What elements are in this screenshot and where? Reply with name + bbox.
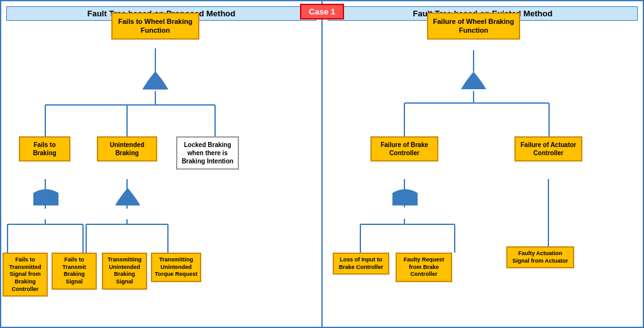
right-l1-1-node: Failure of Brake Controller <box>370 136 438 161</box>
left-l1-2-node: Unintended Braking <box>97 136 157 161</box>
right-panel: Fault Tree based on Existed Method Failu… <box>323 1 643 327</box>
right-l1-2-node: Failure of Actuator Controller <box>514 136 582 161</box>
or-gate-2 <box>115 188 140 208</box>
left-root-gate <box>143 72 168 94</box>
or-gate-root-right <box>461 72 486 92</box>
and-gate-right-1 <box>392 188 418 208</box>
right-root-gate <box>461 72 486 94</box>
left-l2-3-node: Transmitting Unintended Braking Signal <box>102 253 147 290</box>
left-l1-1-node: Fails to Braking <box>19 136 70 161</box>
left-l2-1-node: Fails to Transmitted Signal from Braking… <box>3 253 48 297</box>
right-tree-svg <box>323 1 643 327</box>
left-root-node: Fails to Wheel Braking Function <box>111 13 199 40</box>
left-l2-2-node: Fails to Transmit Braking Signal <box>52 253 97 290</box>
left-l2-4-node: Transmitting Unintended Torque Request <box>151 253 201 282</box>
right-root-node: Failure of Wheel Braking Function <box>427 13 520 40</box>
svg-rect-17 <box>33 193 58 205</box>
svg-rect-31 <box>392 193 418 205</box>
left-panel: Fault Tree based on Proposed Method <box>1 1 323 327</box>
right-l2-3-node: Faulty Actuation Signal from Actuator <box>506 246 574 268</box>
right-and-gate-1 <box>392 188 418 210</box>
case-badge: Case 1 <box>300 4 344 19</box>
left-l1-3-node: Locked Braking when there is Braking Int… <box>176 136 239 170</box>
or-gate-root-left <box>143 72 168 92</box>
left-and-gate-1 <box>33 188 58 210</box>
main-container: Fault Tree based on Proposed Method <box>0 0 644 328</box>
left-or-gate-2 <box>115 188 140 210</box>
right-l2-1-node: Loss of Input to Brake Controller <box>333 253 389 275</box>
and-gate-1 <box>33 188 58 208</box>
right-l2-2-node: Faulty Request from Brake Controller <box>396 253 452 282</box>
